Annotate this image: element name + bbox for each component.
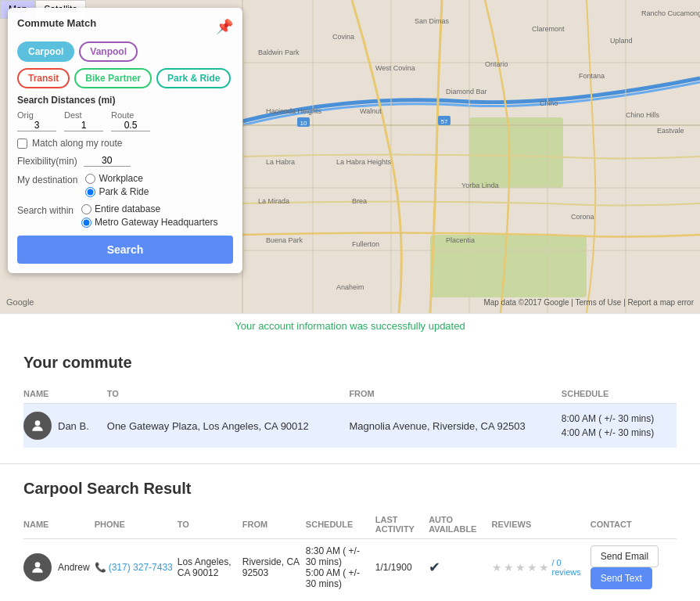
svg-text:Fullerton: Fullerton (352, 240, 379, 248)
commute-col-from: FROM (349, 384, 561, 404)
svg-text:57: 57 (441, 118, 448, 125)
park-ride-label: Park & Ride (99, 186, 149, 197)
svg-text:Eastvale: Eastvale (657, 127, 684, 135)
result-schedule-line2: 5:00 AM ( +/- 30 mins) (306, 567, 371, 589)
entire-db-radio[interactable] (81, 204, 92, 214)
commute-row: Dan B. One Gateway Plaza, Los Angeles, C… (23, 404, 677, 448)
search-button[interactable]: Search (17, 236, 233, 264)
result-table: NAME PHONE TO FROM SCHEDULE LAST ACTIVIT… (23, 510, 677, 596)
svg-text:Upland: Upland (610, 37, 633, 45)
result-phone-cell: 📞(317) 327-7433 (95, 539, 178, 596)
result-phone-link[interactable]: 📞(317) 327-7433 (95, 562, 173, 573)
stars-container: ★ ★ ★ ★ ★ / 0 reviews (492, 558, 586, 577)
result-col-schedule: SCHEDULE (306, 510, 375, 539)
match-route-label: Match along my route (32, 138, 122, 149)
svg-text:Corona: Corona (571, 213, 594, 221)
result-col-name: NAME (23, 510, 95, 539)
svg-text:La Habra Heights: La Habra Heights (336, 158, 392, 166)
result-name-cell: Andrew (23, 539, 95, 596)
dest-field: Dest (64, 110, 103, 131)
commute-col-schedule: SCHEDULE (562, 384, 677, 404)
commute-to: One Gateway Plaza, Los Angeles, CA 90012 (107, 404, 350, 448)
result-schedule: 8:30 AM ( +/- 30 mins) 5:00 AM ( +/- 30 … (306, 539, 375, 596)
orig-label: Orig (17, 110, 34, 120)
route-label: Route (111, 110, 134, 120)
search-within-label: Search within (17, 203, 74, 228)
workplace-radio-row: Workplace (85, 173, 149, 184)
distances-row: Orig Dest Route (17, 110, 233, 131)
svg-text:Baldwin Park: Baldwin Park (258, 49, 300, 56)
park-ride-mode-btn[interactable]: Park & Ride (156, 68, 231, 88)
panel-title: Commute Match (17, 17, 96, 29)
park-ride-radio-row: Park & Ride (85, 186, 149, 197)
entire-db-label: Entire database (95, 203, 160, 214)
commute-schedule: 8:00 AM ( +/- 30 mins) 4:00 AM ( +/- 30 … (562, 404, 677, 448)
match-route-row: Match along my route (17, 138, 233, 149)
commute-section: Your commute NAME TO FROM SCHEDULE (0, 338, 700, 463)
star-4: ★ (527, 561, 537, 574)
pin-icon[interactable]: 📌 (216, 18, 233, 35)
svg-text:La Mirada: La Mirada (258, 197, 289, 205)
map-attribution: Map data ©2017 Google | Terms of Use | R… (483, 298, 694, 307)
flexibility-input[interactable] (84, 155, 131, 167)
svg-text:Fontana: Fontana (579, 72, 605, 80)
carpool-mode-btn[interactable]: Carpool (17, 41, 74, 62)
result-avatar (23, 553, 52, 581)
commute-heading: Your commute (23, 354, 677, 372)
result-col-activity: LAST ACTIVITY (375, 510, 429, 539)
svg-text:Hacienda Heights: Hacienda Heights (266, 107, 322, 115)
send-email-button[interactable]: Send Email (591, 545, 659, 567)
route-field: Route (111, 110, 150, 131)
transit-mode-btn[interactable]: Transit (17, 68, 70, 88)
result-activity: 1/1/1900 (375, 539, 429, 596)
result-auto-cell: ✔ (429, 539, 491, 596)
vanpool-mode-btn[interactable]: Vanpool (79, 41, 138, 62)
result-col-reviews: REVIEWS (492, 510, 591, 539)
star-1: ★ (492, 561, 502, 574)
park-ride-radio[interactable] (85, 187, 95, 197)
svg-text:Rancho Cucamonga: Rancho Cucamonga (641, 9, 700, 17)
match-route-checkbox[interactable] (17, 139, 27, 149)
svg-point-43 (35, 562, 41, 567)
route-input[interactable] (111, 120, 150, 131)
destination-radio-group: Workplace Park & Ride (85, 173, 149, 197)
commute-from: Magnolia Avenue, Riverside, CA 92503 (349, 404, 561, 448)
svg-text:Covina: Covina (332, 33, 354, 41)
send-text-button[interactable]: Send Text (591, 567, 652, 589)
mode-buttons-row2: Transit Bike Partner Park & Ride (17, 68, 233, 88)
entire-db-radio-row: Entire database (81, 203, 217, 214)
map-container: Baldwin Park Covina San Dimas Claremont … (0, 0, 700, 313)
commute-schedule-line1: 8:00 AM ( +/- 30 mins) (562, 412, 670, 426)
result-phone: (317) 327-7433 (109, 562, 173, 573)
metro-label: Metro Gateway Headquarters (95, 217, 217, 228)
svg-text:Brea: Brea (352, 197, 367, 205)
google-logo: Google (6, 297, 34, 307)
svg-text:10: 10 (300, 120, 307, 127)
search-panel: Commute Match 📌 Carpool Vanpool Transit … (8, 8, 242, 273)
svg-rect-2 (430, 235, 587, 297)
dest-input[interactable] (64, 120, 103, 131)
svg-text:Yorba Linda: Yorba Linda (461, 182, 499, 189)
svg-text:Chino Hills: Chino Hills (626, 111, 660, 119)
svg-text:Buena Park: Buena Park (266, 236, 303, 244)
carpool-section: Carpool Search Result NAME PHONE TO FROM… (0, 463, 700, 601)
svg-text:Ontario: Ontario (485, 60, 508, 68)
phone-icon: 📞 (95, 562, 106, 573)
svg-text:Anaheim: Anaheim (336, 283, 364, 291)
result-from: Riverside, CA 92503 (242, 539, 306, 596)
star-2: ★ (504, 561, 514, 574)
metro-radio[interactable] (81, 218, 92, 228)
star-5: ★ (539, 561, 549, 574)
search-within-section: Search within Entire database Metro Gate… (17, 203, 233, 228)
workplace-radio[interactable] (85, 174, 95, 184)
carpool-heading: Carpool Search Result (23, 480, 677, 498)
mode-buttons-row1: Carpool Vanpool (17, 41, 233, 62)
distances-label: Search Distances (mi) (17, 95, 233, 106)
orig-input[interactable] (17, 120, 56, 131)
flexibility-row: Flexibility(min) (17, 155, 233, 167)
avatar (23, 412, 52, 440)
result-col-phone: PHONE (95, 510, 178, 539)
bike-partner-mode-btn[interactable]: Bike Partner (74, 68, 152, 88)
commute-col-to: TO (107, 384, 350, 404)
success-message: Your account information was successfull… (0, 313, 700, 338)
